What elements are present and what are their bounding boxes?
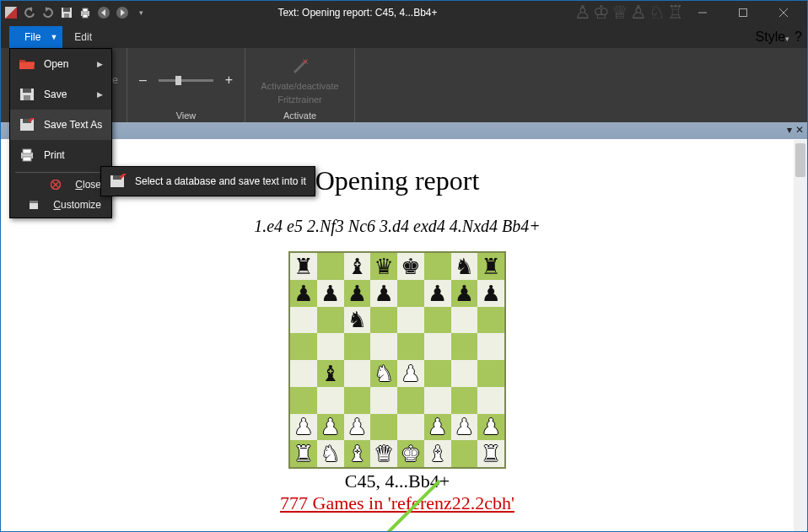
square: ♟ xyxy=(477,280,504,307)
svg-rect-24 xyxy=(23,89,31,93)
svg-rect-30 xyxy=(23,149,31,153)
qat-dropdown-icon[interactable]: ▾ xyxy=(134,6,148,19)
file-open-label: Open xyxy=(44,58,68,70)
ribbon-group-activate: Activate/deactivate Fritztrainer Activat… xyxy=(245,48,355,122)
customize-icon xyxy=(28,199,40,211)
square xyxy=(397,387,424,414)
file-save[interactable]: Save ▶ xyxy=(10,79,111,110)
redo-icon[interactable] xyxy=(41,6,55,19)
titlebar: ▾ Text: Opening report: C45, 4...Bb4+ ♙ … xyxy=(1,1,807,24)
square xyxy=(290,387,317,414)
square xyxy=(344,333,371,360)
square: ♝ xyxy=(344,253,371,280)
tab-edit[interactable]: Edit xyxy=(62,26,104,48)
print-icon[interactable] xyxy=(78,6,92,19)
nav-forward-icon[interactable] xyxy=(116,6,129,19)
square: ♟ xyxy=(290,414,317,441)
maximize-button[interactable] xyxy=(725,1,762,24)
tabbar-menu-icon[interactable]: ▾ xyxy=(787,124,792,136)
eco-caption: C45, 4...Bb4+ xyxy=(1,470,794,492)
square xyxy=(317,333,344,360)
square xyxy=(477,333,504,360)
square xyxy=(344,387,371,414)
ribbon: me – + View Activate/deactivate Fritztra… xyxy=(1,48,807,122)
style-menu[interactable]: Style▾ xyxy=(756,30,790,45)
quick-access-toolbar: ▾ xyxy=(1,6,148,19)
square xyxy=(451,440,478,467)
square: ♟ xyxy=(344,414,371,441)
help-icon[interactable]: ? xyxy=(795,30,802,45)
square: ♟ xyxy=(290,280,317,307)
activate-line2: Fritztrainer xyxy=(277,94,322,105)
square: ♝ xyxy=(317,360,344,387)
square: ♚ xyxy=(397,440,424,467)
minimize-button[interactable] xyxy=(684,1,721,24)
square xyxy=(424,360,451,387)
zoom-slider[interactable] xyxy=(159,79,213,82)
square xyxy=(397,307,424,334)
tab-file[interactable]: File▼ xyxy=(9,26,62,48)
file-save-text-as[interactable]: Save Text As xyxy=(10,110,111,140)
square: ♟ xyxy=(451,280,478,307)
activate-fritztrainer-button[interactable]: Activate/deactivate Fritztrainer xyxy=(254,56,346,105)
vertical-scrollbar[interactable] xyxy=(794,140,807,531)
file-menu: Open ▶ Save ▶ Save Text As Print Close C… xyxy=(9,48,112,218)
file-customize-label: Customize xyxy=(53,199,101,211)
square: ♟ xyxy=(317,414,344,441)
save-icon[interactable] xyxy=(60,6,73,19)
square xyxy=(290,333,317,360)
file-customize[interactable]: Customize xyxy=(10,195,111,218)
undo-icon[interactable] xyxy=(23,6,36,19)
file-save-text-as-label: Save Text As xyxy=(44,119,102,131)
square: ♟ xyxy=(477,414,504,441)
chevron-right-icon: ▶ xyxy=(97,60,103,68)
square: ♟ xyxy=(424,280,451,307)
window-title: Text: Opening report: C45, 4...Bb4+ xyxy=(148,7,568,19)
square xyxy=(451,360,478,387)
square xyxy=(424,307,451,334)
square: ♟ xyxy=(397,360,424,387)
chevron-down-icon: ▼ xyxy=(50,33,57,41)
square xyxy=(370,387,397,414)
square: ♟ xyxy=(451,414,478,441)
save-text-as-tooltip: Select a database and save text into it xyxy=(100,166,315,196)
square xyxy=(424,253,451,280)
file-close[interactable]: Close xyxy=(10,175,111,195)
save-text-icon xyxy=(19,118,35,132)
tooltip-text: Select a database and save text into it xyxy=(135,175,306,187)
square xyxy=(397,333,424,360)
close-button[interactable] xyxy=(765,1,802,24)
square: ♜ xyxy=(477,253,504,280)
svg-rect-31 xyxy=(23,157,31,161)
chevron-down-icon: ▾ xyxy=(785,35,789,43)
zoom-in-button[interactable]: + xyxy=(222,73,236,88)
square: ♛ xyxy=(370,253,397,280)
svg-marker-2 xyxy=(29,7,32,12)
square xyxy=(451,333,478,360)
square xyxy=(317,253,344,280)
square: ♛ xyxy=(370,440,397,467)
square: ♝ xyxy=(344,440,371,467)
save-disk-icon xyxy=(19,88,35,101)
zoom-out-button[interactable]: – xyxy=(136,73,150,88)
save-text-icon xyxy=(110,174,127,189)
file-save-label: Save xyxy=(44,89,67,100)
svg-rect-25 xyxy=(24,95,30,100)
square: ♞ xyxy=(451,253,478,280)
svg-rect-15 xyxy=(740,9,747,17)
file-print[interactable]: Print xyxy=(10,140,111,170)
close-circle-icon xyxy=(50,179,62,191)
games-link[interactable]: 777 Games in 'referenz22.2cbh' xyxy=(280,492,514,513)
square xyxy=(424,387,451,414)
square: ♞ xyxy=(317,440,344,467)
square xyxy=(370,414,397,441)
square: ♟ xyxy=(344,280,371,307)
tabbar-close-icon[interactable]: ✕ xyxy=(795,124,804,136)
square xyxy=(397,414,424,441)
square xyxy=(317,307,344,334)
nav-back-icon[interactable] xyxy=(97,6,110,19)
file-open[interactable]: Open ▶ xyxy=(10,49,111,79)
square xyxy=(477,307,504,334)
square xyxy=(290,360,317,387)
printer-icon xyxy=(19,148,35,162)
